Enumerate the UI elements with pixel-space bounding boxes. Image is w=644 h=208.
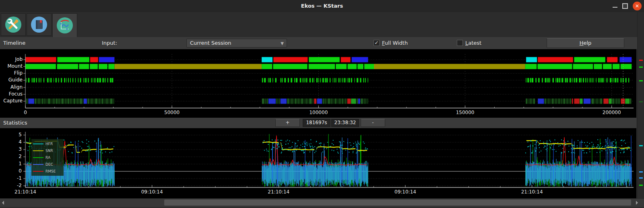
- input-select-value: Current Session: [190, 40, 231, 46]
- tab-analyze[interactable]: [52, 13, 77, 37]
- statistics-axis-tick-label: 21:10:14: [14, 189, 36, 195]
- latest-checkbox[interactable]: Latest: [457, 40, 481, 46]
- statistics-y-tick-label: 5: [1, 132, 22, 137]
- timeline-section-label: Timeline: [3, 40, 25, 46]
- legend-line-sample: [33, 157, 43, 158]
- scroll-right-icon[interactable]: [636, 201, 638, 205]
- statistics-axis-tick-label: 09:10:14: [394, 189, 416, 195]
- full-width-checkbox[interactable]: ✓ Full Width: [374, 40, 408, 46]
- timeline-axis-tick-label: 200000: [603, 110, 621, 115]
- legend-line-sample: [33, 164, 43, 165]
- legend-label: DEC: [45, 162, 53, 166]
- legend-line-sample: [33, 150, 43, 151]
- legend-item-ra: RA: [33, 154, 62, 161]
- latest-checkbox-box[interactable]: [457, 40, 463, 46]
- timeline-row-label-focus: Focus: [0, 91, 23, 97]
- statistics-legend: HFRSNRRADECRMSE: [31, 139, 64, 176]
- timeline-row-label-job: Job: [0, 56, 23, 62]
- input-label: Input:: [102, 40, 117, 46]
- zoom-out-button[interactable]: -: [361, 119, 385, 127]
- zoom-in-button[interactable]: +: [275, 119, 300, 127]
- book-icon: [30, 16, 48, 33]
- tools-icon: [4, 16, 22, 33]
- full-width-checkbox-box[interactable]: ✓: [374, 40, 380, 46]
- chevron-down-icon: ▼: [281, 40, 284, 48]
- statistics-toolbar: Statistics + 181697s 23:38:32 -: [0, 118, 636, 128]
- strip-mark: [639, 80, 643, 81]
- timeline-chart[interactable]: JobMountFlipGuideAlignFocusCapture 05000…: [0, 49, 636, 118]
- titlebar[interactable]: Ekos — KStars ✕: [0, 0, 644, 12]
- statistics-axis-tick-label: 21:10:14: [268, 189, 289, 195]
- statistics-plot-canvas[interactable]: [0, 128, 636, 198]
- timeline-toolbar: Timeline Input: Current Session ▼ ✓ Full…: [0, 37, 644, 49]
- timeline-row-label-guide: Guide: [0, 77, 23, 83]
- statistics-chart[interactable]: HFRSNRRADECRMSE 543210-1-2 21:10:1409:10…: [0, 128, 636, 198]
- statistics-axis-tick-label: 09:10:14: [141, 189, 163, 195]
- legend-label: SNR: [45, 149, 53, 153]
- legend-item-rmse: RMSE: [33, 168, 62, 175]
- timeline-axis-tick-label: 0: [24, 110, 27, 115]
- legend-line-sample: [33, 171, 43, 172]
- scrollbar-thumb[interactable]: [164, 200, 631, 206]
- close-icon[interactable]: ✕: [633, 2, 642, 10]
- input-select[interactable]: Current Session ▼: [186, 39, 287, 48]
- timeline-axis-tick-label: 50000: [164, 110, 180, 115]
- tab-bar: [0, 12, 644, 37]
- timeline-row-label-align: Align: [0, 84, 23, 90]
- legend-label: HFR: [45, 142, 53, 146]
- legend-item-snr: SNR: [33, 147, 62, 154]
- strip-mark: [639, 171, 643, 173]
- statistics-y-tick-label: -2: [1, 183, 22, 188]
- legend-line-sample: [33, 144, 43, 144]
- statistics-section-label: Statistics: [3, 120, 27, 126]
- timeline-axis-tick-label: 150000: [456, 110, 475, 115]
- statistics-y-tick-label: 0: [1, 168, 22, 174]
- legend-item-hfr: HFR: [33, 140, 62, 147]
- chart-icon: [56, 17, 74, 34]
- latest-label: Latest: [465, 40, 481, 46]
- help-button[interactable]: Help: [547, 38, 624, 48]
- minimize-icon[interactable]: [613, 2, 617, 8]
- timeline-axis-tick-label: 100000: [309, 110, 328, 115]
- tab-setup[interactable]: [1, 13, 26, 36]
- horizontal-scrollbar[interactable]: [0, 198, 644, 207]
- statistics-y-tick-label: 3: [1, 146, 22, 152]
- timeline-plot-canvas[interactable]: [0, 49, 636, 118]
- legend-label: RMSE: [45, 169, 56, 173]
- strip-mark: [639, 177, 643, 179]
- right-edge-strip: [637, 12, 644, 198]
- maximize-icon[interactable]: [622, 3, 628, 9]
- statistics-axis-tick-label: 21:10:14: [521, 189, 543, 195]
- ekos-window: Ekos — KStars ✕: [0, 0, 644, 208]
- statistics-y-tick-label: 2: [1, 154, 22, 159]
- timeline-row-label-flip: Flip: [0, 70, 23, 76]
- timeline-row-label-mount: Mount: [0, 63, 23, 69]
- strip-mark: [639, 145, 643, 146]
- strip-mark: [639, 101, 643, 102]
- window-controls: ✕: [613, 1, 642, 11]
- duration-display: 181697s: [303, 119, 330, 127]
- strip-mark: [639, 185, 643, 186]
- time-display: 23:38:32: [331, 119, 359, 127]
- legend-item-dec: DEC: [33, 161, 62, 168]
- strip-mark: [639, 60, 643, 61]
- statistics-y-tick-label: 1: [1, 161, 22, 166]
- legend-label: RA: [45, 156, 50, 160]
- window-title: Ekos — KStars: [0, 3, 644, 9]
- full-width-label: Full Width: [382, 40, 408, 46]
- timeline-row-label-capture: Capture: [0, 98, 23, 104]
- strip-mark: [639, 67, 643, 68]
- statistics-y-tick-label: -1: [1, 175, 22, 181]
- tab-logs[interactable]: [27, 13, 52, 36]
- statistics-y-tick-label: 4: [1, 139, 22, 145]
- scroll-left-icon[interactable]: [2, 201, 4, 205]
